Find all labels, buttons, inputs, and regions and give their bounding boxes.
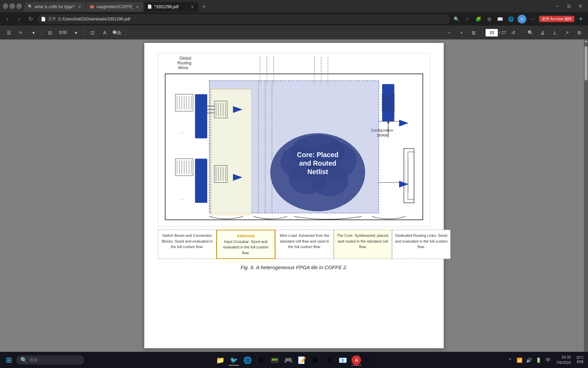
scrollbar-thumb[interactable] bbox=[585, 46, 587, 80]
nav-right-controls: 🔍 ☆ 🧩 ⊞ 📖 🌐 U ⋯ 使用 Acrobat 编辑 ✦ bbox=[452, 14, 585, 24]
address-bar[interactable]: 📄 文件 C:/Users/luk03/Downloads/3301298.pd… bbox=[37, 14, 450, 24]
pdf-page: Global Routing Wires bbox=[144, 43, 444, 348]
weather-temp: 33°C bbox=[576, 356, 584, 359]
taskbar-typora[interactable]: 📝 bbox=[296, 354, 308, 366]
system-clock[interactable]: 16:32 7/9/2024 bbox=[554, 355, 574, 365]
zoom-out-btn[interactable]: − bbox=[444, 28, 454, 37]
tab-1-close[interactable]: ✕ bbox=[77, 4, 82, 10]
taskbar-mail[interactable]: 📧 bbox=[337, 354, 349, 366]
translate-btn[interactable]: 🌐 bbox=[506, 14, 516, 24]
taskbar-settings[interactable]: ⚙ bbox=[255, 354, 267, 366]
svg-text:Core: Placed: Core: Placed bbox=[297, 151, 339, 158]
taskbar-left: ⊞ bbox=[3, 354, 15, 366]
tab-3[interactable]: 📄 *3301298.pdf ✕ bbox=[144, 2, 198, 12]
pdf-menu-btn[interactable]: ☰ bbox=[4, 28, 14, 37]
page-back-btn[interactable]: ↺ bbox=[509, 28, 518, 37]
page-number-input[interactable] bbox=[486, 29, 498, 36]
pdf-toolbar: ☰ ↖ ▾ ⊟ 绘制 ▾ ⊡ A �あ − + ⊞ / 27 ↺ 🔍 🖨 ⤓ ↗… bbox=[0, 26, 588, 40]
taskbar-file-explorer[interactable]: 📁 bbox=[214, 354, 226, 366]
pdf-text-btn[interactable]: A bbox=[100, 28, 110, 37]
star-btn[interactable]: ☆ bbox=[463, 14, 472, 24]
taskbar-center: 📁 🐦 🌐 ⚙ 📟 🎮 📝 🖩 ✈ 📧 A 🛡 bbox=[86, 354, 505, 366]
svg-text:Routing: Routing bbox=[177, 61, 191, 65]
tray-expand[interactable]: ^ bbox=[506, 356, 514, 364]
scrollbar[interactable] bbox=[584, 40, 588, 352]
taskbar-antivirus[interactable]: 🛡 bbox=[364, 354, 376, 366]
svg-text:Wires: Wires bbox=[178, 65, 189, 70]
pdf-draw-label[interactable]: 绘制 bbox=[58, 30, 68, 35]
window-minimize-btn[interactable]: ─ bbox=[553, 1, 562, 11]
forward-button[interactable]: › bbox=[14, 14, 24, 24]
extension-btn[interactable]: 🧩 bbox=[474, 14, 483, 24]
tray-network[interactable]: 📶 bbox=[516, 356, 524, 364]
taskbar-telegram[interactable]: ✈ bbox=[323, 354, 335, 366]
tab-2-close[interactable]: ✕ bbox=[134, 4, 140, 10]
tray-battery[interactable]: 🔋 bbox=[535, 356, 543, 364]
pdf-download-btn[interactable]: ⤓ bbox=[550, 28, 559, 37]
window-close-btn[interactable]: ✕ bbox=[576, 1, 585, 11]
user-avatar: U bbox=[518, 15, 526, 24]
close-button[interactable]: ✕ bbox=[16, 3, 22, 9]
reading-view-btn[interactable]: 📖 bbox=[495, 14, 505, 24]
address-file-icon: 📄 bbox=[41, 17, 46, 21]
taskbar-calc[interactable]: 🖩 bbox=[309, 354, 322, 366]
taskbar-edge[interactable]: 🌐 bbox=[241, 354, 254, 366]
tab-bar: 🔍 what is coffe for fpga? ✕ 🐙 vaughnbetz… bbox=[24, 1, 550, 12]
scroll-up-btn[interactable] bbox=[585, 41, 587, 42]
pdf-search-btn[interactable]: 🔍 bbox=[525, 28, 535, 37]
profile-btn[interactable]: U bbox=[517, 14, 527, 24]
window-restore-btn[interactable]: ⧉ bbox=[564, 1, 574, 11]
pdf-cursor-btn[interactable]: ↖ bbox=[16, 28, 26, 37]
copilot-btn[interactable]: ✦ bbox=[576, 14, 585, 24]
acrobat-edit-button[interactable]: 使用 Acrobat 编辑 bbox=[539, 16, 574, 22]
pdf-scroll-area[interactable]: Global Routing Wires bbox=[0, 40, 588, 352]
pdf-settings-btn[interactable]: ⚙ bbox=[574, 28, 584, 37]
settings-btn[interactable]: ⋯ bbox=[528, 14, 538, 24]
tab-2[interactable]: 🐙 vaughnbetz/COFFE ✕ bbox=[86, 2, 143, 12]
windows-logo-icon: ⊞ bbox=[6, 356, 12, 365]
new-tab-button[interactable]: + bbox=[199, 2, 209, 12]
tray-icons: ^ 📶 🔊 🔋 中 bbox=[506, 356, 552, 364]
zoom-in-btn[interactable]: + bbox=[457, 28, 466, 37]
tab-1[interactable]: 🔍 what is coffe for fpga? ✕ bbox=[24, 2, 85, 12]
clock-date: 7/9/2024 bbox=[556, 360, 571, 365]
tab-3-close[interactable]: ✕ bbox=[190, 4, 195, 10]
clock-time: 16:32 bbox=[556, 355, 571, 360]
fig-caption: Fig. 6. A heterogeneous FPGA tile in COF… bbox=[158, 264, 430, 270]
taskbar-chrome[interactable]: 🐦 bbox=[228, 354, 240, 366]
svg-rect-14 bbox=[195, 159, 207, 203]
svg-rect-61 bbox=[211, 89, 252, 215]
pdf-draw-dropdown[interactable]: ▾ bbox=[71, 28, 81, 37]
search-btn[interactable]: 🔍 bbox=[452, 14, 461, 24]
pdf-share-btn[interactable]: ↗ bbox=[562, 28, 572, 37]
toolbar-sep-5 bbox=[522, 29, 522, 36]
zoom-fit-btn[interactable]: ⊞ bbox=[469, 28, 478, 37]
tab-2-title: vaughnbetz/COFFE bbox=[96, 4, 132, 9]
pdf-eraser-btn[interactable]: ⊡ bbox=[88, 28, 97, 37]
pdf-filter-btn[interactable]: ⊟ bbox=[45, 28, 55, 37]
pdf-dropdown-btn[interactable]: ▾ bbox=[29, 28, 38, 37]
taskbar-chrome2[interactable]: A bbox=[350, 354, 362, 366]
address-text: C:/Users/luk03/Downloads/3301298.pdf bbox=[58, 17, 446, 21]
svg-text:and Routed: and Routed bbox=[299, 159, 336, 167]
weather-widget: 33°C 时晴 bbox=[575, 356, 585, 364]
taskbar-search[interactable]: 🔍 bbox=[16, 355, 84, 365]
maximize-button[interactable]: □ bbox=[10, 3, 15, 9]
taskbar-search-input[interactable] bbox=[29, 357, 56, 363]
split-view-btn[interactable]: ⊞ bbox=[485, 14, 494, 24]
minimize-button[interactable]: ─ bbox=[3, 3, 8, 9]
legend-box-4: The Core: Synthesized, placed, and route… bbox=[334, 230, 392, 259]
back-button[interactable]: ‹ bbox=[3, 14, 12, 24]
taskbar-minecraft[interactable]: 🎮 bbox=[282, 354, 294, 366]
window-controls: ─ □ ✕ bbox=[3, 3, 22, 9]
nav-bar: ‹ › ↻ 📄 文件 C:/Users/luk03/Downloads/3301… bbox=[0, 12, 588, 26]
start-button[interactable]: ⊞ bbox=[3, 354, 15, 366]
refresh-button[interactable]: ↻ bbox=[26, 14, 35, 24]
pdf-text2-btn: �あ bbox=[112, 28, 122, 37]
legend-row: Switch Boxes and Connection Blocks: Size… bbox=[158, 230, 451, 259]
toolbar-sep-3 bbox=[125, 29, 126, 36]
tray-volume[interactable]: 🔊 bbox=[525, 356, 533, 364]
pdf-print-btn[interactable]: 🖨 bbox=[538, 28, 547, 37]
tray-ime[interactable]: 中 bbox=[544, 356, 552, 364]
taskbar-terminal[interactable]: 📟 bbox=[268, 354, 281, 366]
